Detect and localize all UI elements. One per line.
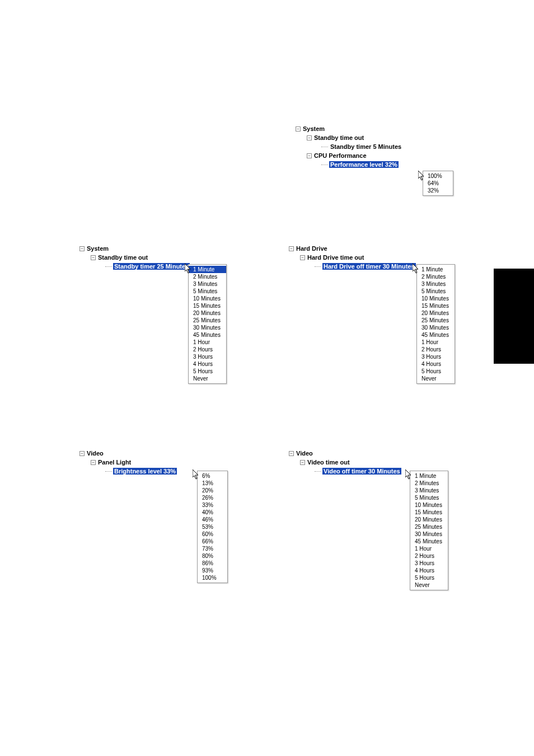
minus-icon[interactable]: − — [307, 135, 312, 140]
minus-icon[interactable]: − — [91, 460, 96, 465]
popup-hdd-timer[interactable]: 1 Minute 2 Minutes 3 Minutes 5 Minutes 1… — [416, 264, 455, 384]
popup-item[interactable]: 5 Hours — [417, 368, 455, 375]
minus-icon[interactable]: − — [300, 460, 305, 465]
popup-item[interactable]: 15 Minutes — [417, 302, 455, 309]
popup-item[interactable]: 1 Hour — [410, 545, 448, 552]
popup-item[interactable]: 1 Hour — [189, 339, 226, 346]
tree-node-standby[interactable]: − Standby time out — [79, 253, 190, 262]
popup-item[interactable]: 1 Hour — [417, 339, 455, 346]
tree-leaf-performance-level[interactable]: Performance level 32% — [296, 160, 402, 169]
minus-icon[interactable]: − — [289, 451, 294, 456]
minus-icon[interactable]: − — [300, 255, 305, 260]
popup-item[interactable]: 45 Minutes — [410, 538, 448, 545]
popup-item[interactable]: 3 Minutes — [417, 280, 455, 288]
popup-item[interactable]: 2 Hours — [417, 346, 455, 353]
popup-item[interactable]: 86% — [198, 560, 227, 567]
minus-icon[interactable]: − — [91, 255, 96, 260]
popup-item[interactable]: 1 Minute — [189, 266, 226, 273]
popup-item[interactable]: 2 Minutes — [417, 273, 455, 280]
minus-icon[interactable]: − — [79, 451, 85, 456]
popup-brightness[interactable]: 6% 13% 20% 26% 33% 40% 46% 53% 60% 66% 7… — [197, 471, 228, 583]
popup-item[interactable]: 30 Minutes — [410, 530, 448, 538]
popup-item[interactable]: 3 Minutes — [189, 280, 226, 288]
popup-item[interactable]: 4 Hours — [189, 360, 226, 368]
popup-item[interactable]: 5 Hours — [189, 368, 226, 375]
tree-node-system[interactable]: − System — [79, 244, 190, 253]
popup-item[interactable]: 2 Minutes — [410, 480, 448, 487]
popup-item[interactable]: Never — [417, 375, 455, 382]
popup-item[interactable]: 3 Hours — [417, 353, 455, 360]
tree-leaf-standby-timer[interactable]: Standby timer 5 Minutes — [296, 142, 402, 151]
popup-item[interactable]: 2 Minutes — [189, 273, 226, 280]
popup-item[interactable]: 60% — [198, 530, 227, 538]
popup-item[interactable]: 32% — [423, 187, 453, 194]
popup-item[interactable]: 13% — [198, 480, 227, 487]
tree-leaf-standby-timer[interactable]: Standby timer 25 Minutes — [79, 262, 190, 271]
popup-item[interactable]: 5 Hours — [410, 574, 448, 581]
popup-item[interactable]: 20 Minutes — [410, 516, 448, 523]
popup-item[interactable]: 2 Hours — [410, 552, 448, 560]
popup-item[interactable]: Never — [410, 581, 448, 589]
popup-performance-level[interactable]: 100% 64% 32% — [423, 171, 453, 196]
popup-item[interactable]: 20 Minutes — [189, 309, 226, 317]
popup-item[interactable]: 3 Hours — [189, 353, 226, 360]
popup-item[interactable]: 5 Minutes — [417, 288, 455, 295]
popup-item[interactable]: 53% — [198, 523, 227, 530]
popup-item[interactable]: 30 Minutes — [417, 324, 455, 331]
popup-item[interactable]: 26% — [198, 494, 227, 501]
popup-item[interactable]: 45 Minutes — [417, 331, 455, 339]
popup-item[interactable]: 66% — [198, 538, 227, 545]
popup-item[interactable]: 46% — [198, 516, 227, 523]
minus-icon[interactable]: − — [296, 126, 301, 132]
popup-item[interactable]: 6% — [198, 472, 227, 480]
minus-icon[interactable]: − — [289, 246, 294, 251]
popup-item[interactable]: 10 Minutes — [189, 295, 226, 302]
popup-item[interactable]: 100% — [423, 172, 453, 180]
popup-item[interactable]: Never — [189, 375, 226, 382]
popup-item[interactable]: 25 Minutes — [189, 317, 226, 324]
popup-item[interactable]: 93% — [198, 567, 227, 574]
popup-item[interactable]: 64% — [423, 180, 453, 187]
popup-item[interactable]: 3 Minutes — [410, 487, 448, 494]
minus-icon[interactable]: − — [79, 246, 85, 251]
popup-item[interactable]: 15 Minutes — [410, 509, 448, 516]
tree-leaf-brightness-level[interactable]: Brightness level 33% — [79, 467, 177, 476]
popup-item[interactable]: 3 Hours — [410, 560, 448, 567]
popup-item[interactable]: 73% — [198, 545, 227, 552]
popup-item[interactable]: 80% — [198, 552, 227, 560]
popup-item[interactable]: 4 Hours — [417, 360, 455, 368]
popup-item[interactable]: 10 Minutes — [417, 295, 455, 302]
tree-node-standby[interactable]: − Standby time out — [296, 133, 402, 142]
tree-node-system[interactable]: − System — [296, 124, 402, 133]
popup-item[interactable]: 33% — [198, 501, 227, 509]
popup-item[interactable]: 25 Minutes — [410, 523, 448, 530]
popup-item[interactable]: 20% — [198, 487, 227, 494]
popup-item[interactable]: 1 Minute — [410, 472, 448, 480]
popup-item[interactable]: 4 Hours — [410, 567, 448, 574]
popup-item[interactable]: 45 Minutes — [189, 331, 226, 339]
tree-node-video-timeout[interactable]: − Video time out — [289, 458, 401, 467]
popup-item[interactable]: 30 Minutes — [189, 324, 226, 331]
popup-item[interactable]: 5 Minutes — [410, 494, 448, 501]
tree-leaf-video-off-timer[interactable]: Video off timer 30 Minutes — [289, 467, 401, 476]
popup-item[interactable]: 25 Minutes — [417, 317, 455, 324]
popup-item[interactable]: 15 Minutes — [189, 302, 226, 309]
tree-node-cpu-perf[interactable]: − CPU Performance — [296, 151, 402, 160]
popup-item[interactable]: 5 Minutes — [189, 288, 226, 295]
tree-node-video[interactable]: − Video — [289, 449, 401, 458]
popup-item[interactable]: 10 Minutes — [410, 501, 448, 509]
tree-connector-icon — [105, 471, 112, 472]
popup-standby-timer[interactable]: 1 Minute 2 Minutes 3 Minutes 5 Minutes 1… — [188, 264, 227, 384]
popup-item[interactable]: 20 Minutes — [417, 309, 455, 317]
tree-node-harddrive[interactable]: − Hard Drive — [289, 244, 416, 253]
popup-item[interactable]: 2 Hours — [189, 346, 226, 353]
tree-leaf-hdd-off-timer[interactable]: Hard Drive off timer 30 Minutes — [289, 262, 416, 271]
tree-node-video[interactable]: − Video — [79, 449, 177, 458]
tree-node-panel-light[interactable]: − Panel Light — [79, 458, 177, 467]
popup-video-timer[interactable]: 1 Minute 2 Minutes 3 Minutes 5 Minutes 1… — [410, 471, 448, 590]
minus-icon[interactable]: − — [307, 153, 312, 158]
popup-item[interactable]: 100% — [198, 574, 227, 581]
tree-node-hdd-timeout[interactable]: − Hard Drive time out — [289, 253, 416, 262]
popup-item[interactable]: 1 Minute — [417, 266, 455, 273]
popup-item[interactable]: 40% — [198, 509, 227, 516]
